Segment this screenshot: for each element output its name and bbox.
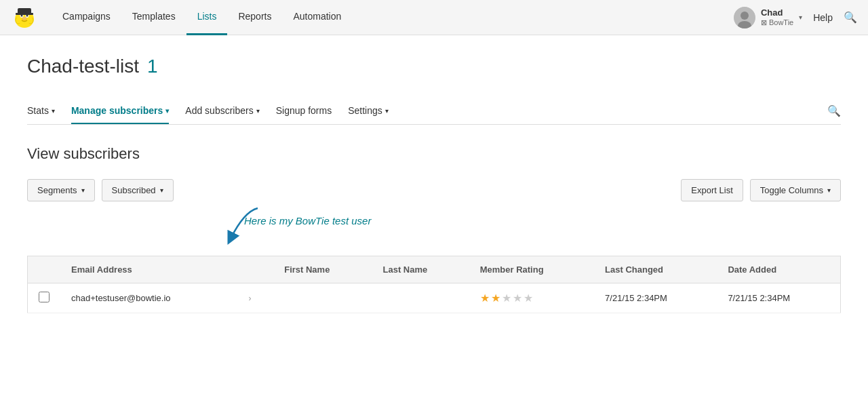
svg-point-13 — [741, 12, 749, 20]
header-date-added: Date Added — [717, 256, 840, 283]
row-checkbox[interactable] — [39, 292, 50, 302]
row-checkbox-cell[interactable] — [28, 283, 61, 313]
toggle-columns-chevron: ▾ — [827, 186, 831, 194]
user-name: Chad — [761, 7, 793, 18]
user-menu-chevron: ▾ — [799, 14, 802, 21]
toolbar: Segments ▾ Subscribed ▾ Export List Togg… — [27, 179, 841, 201]
header-last-name: Last Name — [372, 256, 469, 283]
svg-point-11 — [22, 17, 26, 20]
user-info: Chad ⊠ BowTie — [761, 7, 793, 27]
manage-subscribers-chevron: ▾ — [165, 107, 169, 115]
row-last-name — [372, 283, 469, 313]
subscriber-table: Email Address First Name Last Name Membe… — [27, 256, 841, 313]
nav-lists[interactable]: Lists — [186, 0, 228, 35]
user-org: ⊠ BowTie — [761, 18, 793, 27]
row-email[interactable]: chad+testuser@bowtie.io — [60, 283, 237, 313]
sub-nav: Stats ▾ Manage subscribers ▾ Add subscri… — [27, 98, 841, 125]
header-member-rating: Member Rating — [469, 256, 594, 283]
toggle-columns-button[interactable]: Toggle Columns ▾ — [750, 179, 841, 201]
nav-automation[interactable]: Automation — [282, 0, 352, 35]
top-nav: Campaigns Templates Lists Reports Automa… — [0, 0, 868, 35]
row-expand-icon[interactable]: › — [248, 294, 251, 303]
star-4: ★ — [513, 292, 522, 304]
nav-campaigns[interactable]: Campaigns — [52, 0, 121, 35]
mailchimp-logo[interactable] — [11, 4, 38, 31]
table-header-row: Email Address First Name Last Name Membe… — [28, 256, 841, 283]
star-5: ★ — [524, 292, 533, 304]
row-first-name — [273, 283, 372, 313]
star-3: ★ — [502, 292, 511, 304]
star-rating: ★ ★ ★ ★ ★ — [480, 292, 583, 304]
nav-templates[interactable]: Templates — [121, 0, 186, 35]
annotation: Here is my BowTie test user — [27, 215, 841, 256]
subscribed-button[interactable]: Subscribed ▾ — [102, 179, 174, 201]
header-email: Email Address — [60, 256, 237, 283]
nav-reports[interactable]: Reports — [227, 0, 282, 35]
help-link[interactable]: Help — [813, 12, 833, 23]
global-search-icon[interactable]: 🔍 — [844, 11, 857, 24]
avatar — [734, 7, 755, 28]
page-title-badge: 1 — [147, 56, 158, 77]
page-title: Chad-test-list — [27, 56, 139, 77]
star-1: ★ — [480, 292, 490, 304]
row-expand-arrow[interactable]: › — [237, 283, 273, 313]
user-menu[interactable]: Chad ⊠ BowTie ▾ — [734, 7, 802, 28]
toolbar-area: Segments ▾ Subscribed ▾ Export List Togg… — [27, 179, 841, 256]
star-2: ★ — [491, 292, 500, 304]
sub-nav-manage-subscribers[interactable]: Manage subscribers ▾ — [71, 98, 169, 124]
subscribed-chevron: ▾ — [160, 186, 163, 194]
toolbar-right: Export List Toggle Columns ▾ — [681, 179, 841, 201]
nav-right: Chad ⊠ BowTie ▾ Help 🔍 — [734, 7, 857, 28]
nav-links: Campaigns Templates Lists Reports Automa… — [52, 0, 734, 35]
page-content: Chad-test-list 1 Stats ▾ Manage subscrib… — [0, 35, 868, 334]
sub-nav-settings[interactable]: Settings ▾ — [348, 98, 389, 124]
email-link[interactable]: chad+testuser@bowtie.io — [71, 293, 171, 303]
sub-nav-search-icon[interactable]: 🔍 — [827, 98, 841, 124]
row-member-rating: ★ ★ ★ ★ ★ — [469, 283, 594, 313]
sub-nav-signup-forms[interactable]: Signup forms — [276, 98, 332, 124]
row-date-added: 7/21/15 2:34PM — [717, 283, 840, 313]
segments-button[interactable]: Segments ▾ — [27, 179, 95, 201]
row-last-changed: 7/21/15 2:34PM — [594, 283, 717, 313]
add-subscribers-chevron: ▾ — [256, 107, 260, 115]
header-first-name: First Name — [273, 256, 372, 283]
settings-chevron: ▾ — [385, 107, 389, 115]
segments-chevron: ▾ — [81, 186, 85, 194]
header-arrow-col — [237, 256, 273, 283]
header-last-changed: Last Changed — [594, 256, 717, 283]
section-title: View subscribers — [27, 145, 841, 163]
page-title-row: Chad-test-list 1 — [27, 56, 841, 77]
stats-chevron: ▾ — [52, 107, 55, 115]
table-row: chad+testuser@bowtie.io › ★ ★ ★ ★ — [28, 283, 841, 313]
header-checkbox-col — [28, 256, 61, 283]
annotation-arrow-svg — [190, 205, 271, 252]
svg-rect-10 — [16, 13, 33, 15]
sub-nav-stats[interactable]: Stats ▾ — [27, 98, 55, 124]
annotation-text: Here is my BowTie test user — [244, 215, 371, 227]
sub-nav-add-subscribers[interactable]: Add subscribers ▾ — [185, 98, 259, 124]
export-list-button[interactable]: Export List — [681, 179, 743, 201]
